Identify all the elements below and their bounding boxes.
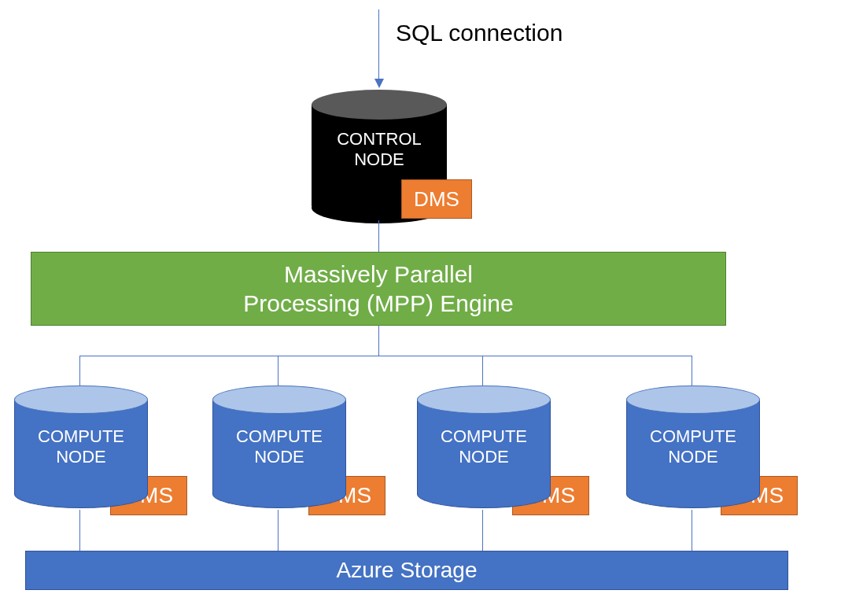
compute-node-label: COMPUTE NODE bbox=[212, 426, 346, 468]
connector-line bbox=[378, 326, 379, 356]
compute-node-cylinder: COMPUTE NODE bbox=[626, 385, 760, 503]
connector-line bbox=[79, 356, 692, 356]
arrow-down-icon bbox=[378, 9, 379, 80]
connector-line bbox=[278, 510, 278, 551]
connector-line bbox=[378, 220, 379, 252]
control-node-label: CONTROL NODE bbox=[312, 129, 447, 171]
cylinder-top-icon bbox=[14, 385, 148, 414]
sql-connection-label: SQL connection bbox=[396, 20, 563, 46]
compute-node-cylinder: COMPUTE NODE bbox=[212, 385, 346, 503]
cylinder-top-icon bbox=[626, 385, 760, 414]
mpp-line1: Massively Parallel bbox=[284, 260, 473, 290]
connector-line bbox=[692, 510, 692, 551]
connector-line bbox=[278, 356, 278, 387]
azure-storage-box: Azure Storage bbox=[25, 551, 788, 590]
connector-line bbox=[79, 356, 80, 387]
connector-line bbox=[482, 356, 483, 387]
connector-line bbox=[482, 510, 483, 551]
connector-line bbox=[692, 356, 692, 387]
connector-line bbox=[79, 510, 80, 551]
cylinder-top-icon bbox=[417, 385, 551, 414]
compute-node-cylinder: COMPUTE NODE bbox=[417, 385, 551, 503]
mpp-engine-box: Massively Parallel Processing (MPP) Engi… bbox=[31, 252, 726, 326]
control-dms-badge: DMS bbox=[401, 179, 472, 219]
compute-node-cylinder: COMPUTE NODE bbox=[14, 385, 148, 503]
mpp-line2: Processing (MPP) Engine bbox=[243, 289, 513, 319]
cylinder-top-icon bbox=[312, 90, 447, 120]
compute-node-label: COMPUTE NODE bbox=[14, 426, 148, 468]
architecture-diagram: SQL connection CONTROL NODE DMS Massivel… bbox=[0, 0, 841, 616]
compute-node-label: COMPUTE NODE bbox=[626, 426, 760, 468]
cylinder-top-icon bbox=[212, 385, 346, 414]
compute-node-label: COMPUTE NODE bbox=[417, 426, 551, 468]
